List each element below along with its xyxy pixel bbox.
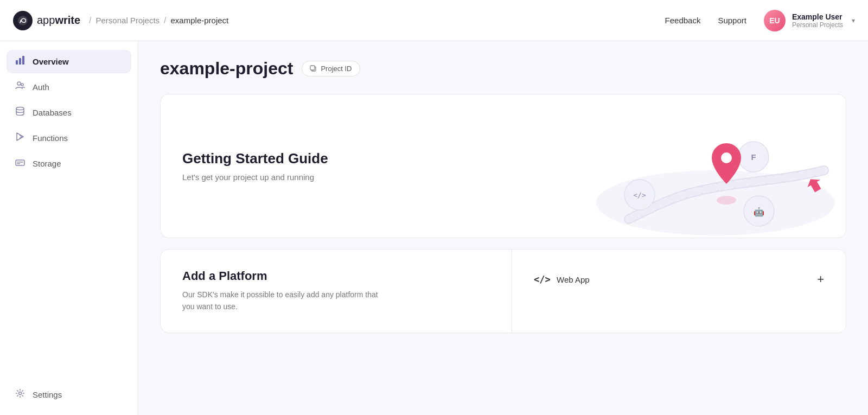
sidebar-item-storage[interactable]: Storage — [7, 152, 131, 175]
overview-icon — [14, 55, 26, 68]
user-chevron-icon: ▾ — [852, 17, 855, 24]
user-avatar: EU — [764, 10, 786, 31]
breadcrumb-sep-2: / — [164, 16, 166, 25]
getting-started-description: Let's get your project up and running — [182, 173, 564, 182]
svg-point-6 — [21, 84, 23, 86]
getting-started-content: Getting Started Guide Let's get your pro… — [161, 94, 585, 238]
logo-icon — [13, 11, 33, 30]
platform-title: Add a Platform — [182, 269, 490, 283]
svg-marker-8 — [17, 133, 23, 141]
sidebar: Overview Auth Databases — [0, 41, 138, 415]
platform-content: Add a Platform Our SDK's make it possibl… — [161, 250, 512, 333]
settings-icon — [14, 388, 26, 401]
logo-text: appwrite — [37, 14, 80, 27]
databases-icon — [14, 106, 26, 119]
svg-rect-3 — [19, 58, 21, 65]
platform-option-web[interactable]: </> Web App + — [525, 263, 833, 296]
project-header: example-project Project ID — [160, 59, 846, 79]
user-menu[interactable]: EU Example User Personal Projects ▾ — [764, 10, 855, 31]
svg-rect-2 — [16, 60, 18, 65]
project-id-button[interactable]: Project ID — [302, 61, 360, 76]
breadcrumb-personal-projects[interactable]: Personal Projects — [96, 16, 160, 25]
svg-point-7 — [16, 107, 24, 110]
support-link[interactable]: Support — [718, 16, 746, 25]
project-title: example-project — [160, 59, 293, 79]
storage-icon — [14, 157, 26, 170]
svg-rect-4 — [22, 56, 24, 65]
svg-text:</>: </> — [633, 191, 646, 199]
web-app-icon: </> — [534, 274, 549, 285]
sidebar-item-overview[interactable]: Overview — [7, 50, 131, 73]
breadcrumb-sep-1: / — [89, 16, 91, 25]
illustration-svg: </> F 🤖 — [585, 94, 846, 235]
user-name: Example User — [792, 12, 843, 21]
getting-started-card: Getting Started Guide Let's get your pro… — [160, 94, 846, 238]
user-org: Personal Projects — [792, 21, 843, 29]
layout: Overview Auth Databases — [0, 41, 868, 415]
svg-point-23 — [721, 152, 732, 163]
logo[interactable]: appwrite — [13, 11, 80, 30]
sidebar-label-settings: Settings — [33, 390, 62, 399]
sidebar-label-storage: Storage — [33, 159, 61, 168]
add-platform-button[interactable]: + — [817, 272, 824, 286]
platform-description: Our SDK's make it possible to easily add… — [182, 289, 388, 313]
main-content: example-project Project ID Getting Start… — [138, 41, 868, 415]
getting-started-illustration: </> F 🤖 — [585, 94, 846, 238]
platform-options: </> Web App + — [512, 250, 846, 333]
sidebar-item-databases[interactable]: Databases — [7, 101, 131, 124]
user-info: Example User Personal Projects — [792, 12, 843, 29]
auth-icon — [14, 81, 26, 93]
svg-point-0 — [18, 16, 28, 25]
platform-card: Add a Platform Our SDK's make it possibl… — [160, 249, 846, 333]
svg-text:F: F — [751, 152, 756, 162]
svg-rect-11 — [17, 163, 20, 164]
getting-started-title: Getting Started Guide — [182, 150, 564, 167]
svg-rect-9 — [16, 160, 24, 165]
header: appwrite / Personal Projects / example-p… — [0, 0, 868, 41]
svg-point-22 — [717, 196, 736, 205]
svg-point-1 — [21, 20, 22, 21]
sidebar-label-databases: Databases — [33, 108, 72, 117]
svg-text:🤖: 🤖 — [754, 207, 764, 217]
breadcrumb-current-project: example-project — [171, 16, 229, 25]
web-app-label: Web App — [557, 275, 809, 284]
svg-point-5 — [17, 82, 21, 85]
sidebar-item-auth[interactable]: Auth — [7, 75, 131, 99]
feedback-link[interactable]: Feedback — [665, 16, 701, 25]
svg-rect-10 — [17, 162, 23, 163]
sidebar-label-auth: Auth — [33, 82, 49, 92]
copy-icon — [310, 65, 317, 73]
project-id-label: Project ID — [321, 65, 352, 73]
svg-point-12 — [19, 392, 22, 395]
sidebar-item-functions[interactable]: Functions — [7, 126, 131, 150]
sidebar-label-overview: Overview — [33, 57, 69, 66]
sidebar-item-settings[interactable]: Settings — [7, 383, 131, 406]
sidebar-label-functions: Functions — [33, 133, 68, 143]
svg-rect-14 — [310, 66, 315, 70]
breadcrumb: / Personal Projects / example-project — [89, 16, 228, 25]
functions-icon — [14, 132, 26, 144]
header-nav: Feedback Support — [665, 16, 746, 25]
